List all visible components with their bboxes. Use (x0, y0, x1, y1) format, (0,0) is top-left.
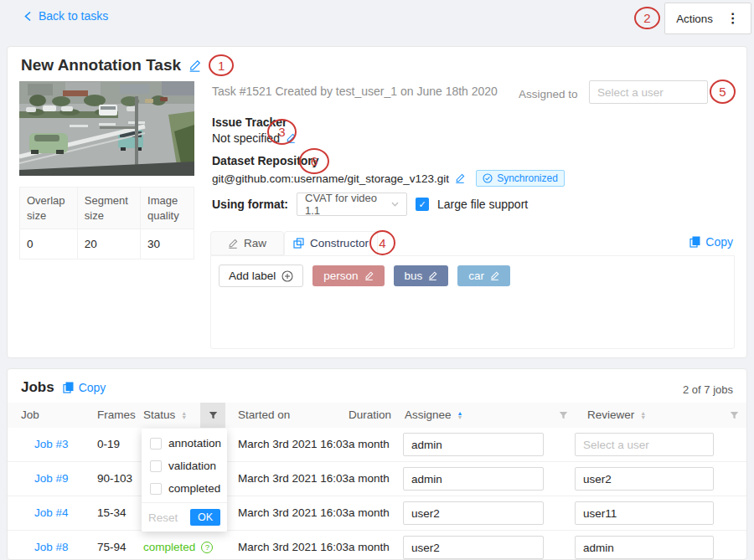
sort-icon[interactable]: ▲▼ (640, 411, 646, 419)
reviewer-filter-icon[interactable] (721, 403, 746, 428)
filter-reset-button[interactable]: Reset (148, 511, 178, 524)
column-frames: Frames (97, 408, 136, 421)
edit-label-icon[interactable] (364, 271, 374, 280)
job-link[interactable]: Job #9 (34, 472, 69, 485)
label-chip-person-name: person (323, 270, 358, 282)
annotation-marker-6: 6 (299, 148, 329, 174)
task-title: New Annotation Task (21, 56, 181, 74)
column-status[interactable]: Status ▲▼ (143, 408, 187, 421)
label-chip-person[interactable]: person (312, 265, 384, 286)
annotation-marker-3: 3 (267, 119, 297, 145)
tab-raw-label: Raw (244, 237, 266, 249)
started-cell: March 3rd 2021 16:03 (238, 506, 349, 519)
status-cell: completed ? (143, 541, 213, 553)
frames-cell: 15-34 (97, 506, 127, 519)
param-value-overlap: 0 (20, 229, 78, 259)
task-params-table: Overlap size Segment size Image quality … (19, 187, 194, 259)
task-preview-image (19, 81, 194, 176)
actions-label: Actions (676, 13, 713, 25)
label-constructor-panel: Add label person bus (210, 255, 735, 349)
filter-option-label: validation (168, 460, 216, 472)
filter-ok-button[interactable]: OK (190, 509, 220, 526)
frames-cell: 75-94 (97, 541, 127, 553)
jobs-table-body: Job #3 0-19 March 3rd 2021 16:03 a month… (8, 428, 747, 560)
edit-label-icon[interactable] (490, 271, 499, 280)
assignee-filter-icon[interactable] (550, 403, 576, 428)
copy-labels-button[interactable]: Copy (689, 235, 733, 249)
filter-option-annotation[interactable]: annotation (142, 432, 227, 455)
add-label-button[interactable]: Add label (219, 265, 303, 287)
copy-icon (63, 382, 74, 393)
started-cell: March 3rd 2021 16:03 (238, 541, 349, 553)
edit-task-name-icon[interactable] (188, 59, 201, 72)
plus-circle-icon (281, 270, 293, 282)
label-chip-car[interactable]: car (457, 265, 510, 286)
jobs-table-header: Job Frames Status ▲▼ Started on Duration… (8, 403, 747, 428)
copy-jobs-button[interactable]: Copy (63, 381, 106, 394)
status-filter-icon[interactable] (200, 403, 225, 428)
reviewer-input[interactable] (575, 467, 714, 491)
assignee-input[interactable] (403, 467, 544, 491)
pencil-icon (228, 239, 238, 249)
copy-labels-label: Copy (705, 235, 733, 249)
copy-icon (689, 236, 700, 248)
annotation-marker-4: 4 (369, 230, 395, 255)
job-link[interactable]: Job #4 (34, 506, 69, 519)
tab-constructor-label: Constructor (310, 237, 369, 249)
assignee-input[interactable] (403, 536, 544, 559)
reviewer-input[interactable] (575, 433, 714, 456)
assignee-input[interactable] (403, 501, 544, 525)
copy-jobs-label: Copy (79, 381, 106, 394)
sort-icon-active[interactable]: ▲▼ (457, 411, 463, 419)
column-job: Job (21, 408, 39, 421)
tab-constructor[interactable]: Constructor (284, 231, 378, 255)
column-reviewer[interactable]: Reviewer ▲▼ (587, 408, 646, 421)
tab-raw[interactable]: Raw (210, 231, 284, 255)
synchronized-badge-label: Synchronized (497, 172, 558, 184)
param-header-overlap: Overlap size (20, 188, 78, 229)
started-cell: March 3rd 2021 16:03 (238, 472, 349, 485)
chevron-down-icon (391, 202, 399, 207)
block-icon (293, 238, 304, 249)
annotation-marker-2: 2 (634, 7, 660, 29)
large-file-support-checkbox[interactable]: ✓ (416, 198, 429, 211)
filter-option-label: completed (168, 482, 220, 495)
assigned-to-input[interactable] (589, 80, 708, 104)
large-file-support-label: Large file support (437, 198, 528, 211)
sort-icon[interactable]: ▲▼ (181, 411, 187, 419)
back-to-tasks-link[interactable]: Back to tasks (23, 9, 108, 23)
checkbox-icon[interactable] (150, 460, 162, 472)
label-chip-bus[interactable]: bus (394, 265, 449, 286)
column-duration: Duration (349, 408, 391, 421)
param-value-segment: 20 (77, 229, 140, 259)
add-label-button-label: Add label (229, 270, 276, 282)
export-format-select[interactable]: CVAT for video 1.1 (297, 193, 407, 216)
jobs-card: Jobs Copy 2 of 7 jobs Job Frames Status … (7, 368, 747, 560)
param-header-segment: Segment size (77, 188, 140, 229)
filter-option-validation[interactable]: validation (142, 455, 227, 477)
reviewer-input[interactable] (575, 501, 714, 525)
job-link[interactable]: Job #3 (34, 438, 69, 450)
task-meta-text: Task #1521 Created by test_user_1 on Jun… (212, 85, 498, 98)
checkbox-icon[interactable] (150, 483, 162, 495)
reviewer-input[interactable] (575, 536, 714, 559)
job-link[interactable]: Job #8 (34, 541, 69, 553)
duration-cell: a month (349, 438, 390, 450)
table-row: Job #9 90-103 March 3rd 2021 16:03 a mon… (8, 462, 747, 496)
label-chip-car-name: car (468, 270, 484, 282)
started-cell: March 3rd 2021 16:03 (238, 438, 349, 450)
filter-option-completed[interactable]: completed (142, 477, 227, 500)
edit-repository-icon[interactable] (455, 173, 465, 183)
column-assignee[interactable]: Assignee ▲▼ (405, 408, 462, 421)
param-header-quality: Image quality (141, 188, 194, 229)
assignee-input[interactable] (403, 433, 544, 456)
chevron-left-icon (23, 11, 33, 22)
edit-label-icon[interactable] (428, 271, 437, 280)
actions-button[interactable]: Actions ⋮ (664, 3, 751, 34)
duration-cell: a month (349, 506, 390, 519)
status-filter-dropdown: annotation validation completed Reset OK (142, 429, 227, 532)
param-value-quality: 30 (141, 229, 194, 259)
task-details-card: New Annotation Task 1 (7, 46, 747, 358)
checkbox-icon[interactable] (150, 438, 162, 450)
export-format-value: CVAT for video 1.1 (305, 192, 391, 217)
